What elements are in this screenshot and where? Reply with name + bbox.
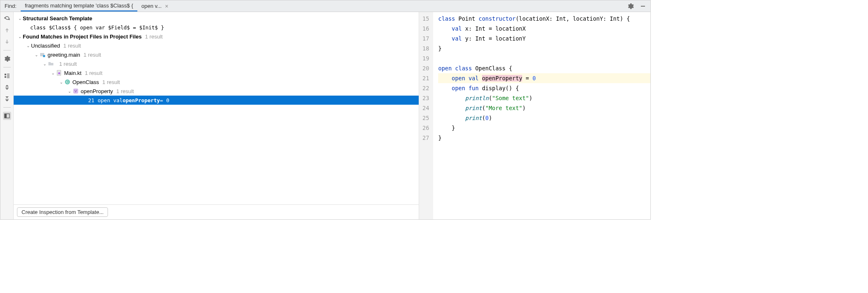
settings-icon[interactable] (3, 55, 11, 63)
line-number: 17 (422, 34, 429, 43)
code-line[interactable]: } (438, 123, 650, 133)
find-tab-second[interactable]: open v... × (137, 0, 173, 12)
match-bold: openProperty (122, 97, 160, 103)
toolbar-sidebar (0, 12, 14, 219)
separator (3, 67, 11, 67)
kotlin-file-icon (56, 70, 62, 76)
match-prefix: open val (98, 97, 122, 103)
svg-rect-5 (7, 76, 10, 77)
svg-rect-6 (7, 77, 10, 78)
class-icon: C (64, 79, 71, 85)
collapse-all-icon[interactable] (3, 95, 11, 103)
chevron-down-icon[interactable]: ⌄ (67, 89, 72, 94)
svg-rect-1 (5, 74, 6, 75)
chevron-down-icon[interactable]: ⌄ (17, 16, 23, 21)
line-number: 22 (422, 83, 429, 93)
chevron-down-icon[interactable]: ⌄ (50, 71, 56, 75)
svg-rect-3 (7, 75, 10, 76)
expand-all-icon[interactable] (3, 83, 11, 91)
code-line[interactable]: println("Some text") (438, 93, 650, 103)
tree-node-match-selected[interactable]: 21 open val openProperty = 0 (14, 96, 419, 105)
tab-label: fragments matching template 'class $Clas… (25, 2, 133, 9)
line-number: 27 (422, 133, 429, 143)
chevron-down-icon[interactable]: ⌄ (34, 53, 39, 57)
refresh-icon[interactable] (3, 14, 11, 23)
code-line[interactable]: print("More text") (438, 103, 650, 113)
tree-node-module[interactable]: ⌄ greeting.main 1 result (14, 50, 419, 59)
svg-rect-8 (5, 114, 7, 118)
match-suffix: = 0 (160, 97, 170, 103)
tree-node-folder[interactable]: ⌄ 1 result (14, 59, 419, 68)
svg-rect-4 (5, 76, 6, 78)
line-number: 16 (422, 24, 429, 34)
line-number: 15 (422, 14, 429, 24)
tab-label: open v... (141, 3, 162, 9)
tree-node-file[interactable]: ⌄ Main.kt 1 result (14, 68, 419, 77)
folder-icon (48, 60, 54, 67)
code-line[interactable] (438, 53, 650, 63)
tree-node-property[interactable]: ⌄ V openProperty 1 result (14, 86, 419, 96)
chevron-down-icon[interactable]: ⌄ (17, 34, 23, 39)
svg-text:C: C (66, 80, 69, 84)
gear-icon[interactable] (626, 2, 635, 10)
svg-rect-2 (7, 74, 10, 74)
code-line[interactable]: print(0) (438, 113, 650, 123)
code-line[interactable]: val x: Int = locationX (438, 24, 650, 34)
tree-node-template-heading[interactable]: ⌄ Structural Search Template (14, 14, 419, 23)
line-number: 26 (422, 123, 429, 133)
line-number: 19 (422, 53, 429, 63)
line-number: 23 (422, 93, 429, 103)
create-inspection-button[interactable]: Create Inspection from Template... (17, 207, 108, 217)
close-icon[interactable]: × (165, 3, 168, 10)
code-line[interactable]: class Point constructor(locationX: Int, … (438, 14, 650, 24)
find-label: Find: (0, 3, 21, 9)
editor-preview[interactable]: 15161718192021222324252627 class Point c… (419, 12, 650, 219)
separator (3, 50, 11, 50)
find-tab-active[interactable]: fragments matching template 'class $Clas… (21, 0, 137, 12)
chevron-down-icon[interactable]: ⌄ (25, 43, 31, 48)
line-number: 24 (422, 103, 429, 113)
preview-toggle-icon[interactable] (3, 112, 11, 120)
code-line[interactable]: open class OpenClass { (438, 63, 650, 73)
code-line[interactable]: open val openProperty = 0 (438, 73, 650, 83)
line-number: 25 (422, 113, 429, 123)
line-number: 18 (422, 43, 429, 53)
chevron-down-icon[interactable]: ⌄ (42, 62, 48, 66)
tree-node-class[interactable]: ⌄ C OpenClass 1 result (14, 77, 419, 86)
code-line[interactable]: } (438, 133, 650, 143)
line-number: 20 (422, 63, 429, 73)
property-icon: V (72, 88, 79, 94)
editor-code[interactable]: class Point constructor(locationX: Int, … (433, 12, 650, 219)
separator (3, 107, 11, 108)
results-tree[interactable]: ⌄ Structural Search Template class $Clas… (14, 12, 419, 204)
module-icon (39, 51, 46, 58)
match-line-number: 21 (88, 97, 94, 103)
svg-text:V: V (74, 89, 77, 93)
tree-node-found-heading[interactable]: ⌄ Found Matches in Project Files in Proj… (14, 32, 419, 41)
svg-rect-0 (641, 6, 645, 7)
tree-node-template-code[interactable]: class $Class$ { open var $Field$ = $Init… (14, 23, 419, 32)
code-line[interactable]: val y: Int = locationY (438, 34, 650, 43)
chevron-down-icon[interactable]: ⌄ (58, 80, 64, 84)
footer: Create Inspection from Template... (14, 204, 419, 219)
editor-gutter: 15161718192021222324252627 (419, 12, 433, 219)
code-line[interactable]: } (438, 43, 650, 53)
group-icon[interactable] (3, 72, 11, 80)
line-number: 21 (422, 73, 429, 83)
minimize-icon[interactable] (639, 2, 647, 10)
find-header: Find: fragments matching template 'class… (0, 0, 650, 12)
code-line[interactable]: open fun display() { (438, 83, 650, 93)
arrow-down-icon[interactable] (3, 38, 11, 46)
svg-rect-10 (43, 55, 45, 57)
arrow-up-icon[interactable] (3, 26, 11, 34)
tree-node-unclassified[interactable]: ⌄ Unclassified 1 result (14, 41, 419, 50)
results-tree-pane: ⌄ Structural Search Template class $Clas… (14, 12, 419, 219)
